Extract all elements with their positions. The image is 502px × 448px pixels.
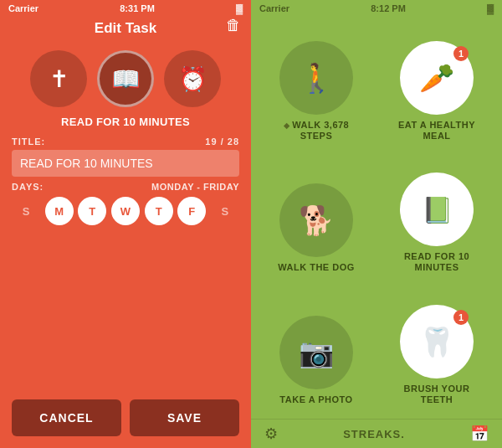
task-cell-healthy-meal: 🥕 1 EAT A HEALTHYMEAL <box>380 23 494 148</box>
day-sunday[interactable]: S <box>12 197 40 225</box>
task-label-read: READ FOR 10MINUTES <box>404 251 469 273</box>
day-saturday[interactable]: S <box>211 197 239 225</box>
task-circle-walk-dog[interactable]: 🐕 <box>279 183 353 257</box>
task-label-photo: TAKE A PHOTO <box>279 394 352 405</box>
battery-right: ▓ <box>487 3 494 13</box>
title-field-header: TITLE: 19 / 28 <box>12 136 239 147</box>
title-input[interactable]: READ FOR 10 MINUTES <box>12 150 239 177</box>
carrier-left: Carrier <box>8 3 38 13</box>
icons-row: ✝ 📖 ⏰ <box>30 50 221 107</box>
bottom-bar-right: ⚙ STREAKS. 📅 <box>251 419 502 448</box>
status-bar-left: Carrier 8:31 PM ▓ <box>0 0 251 17</box>
task-circle-teeth[interactable]: 🦷 1 <box>400 305 474 378</box>
task-cell-photo: 📷 TAKE A PHOTO <box>259 287 373 412</box>
diamond-icon: ◆ <box>284 121 293 130</box>
bible-icon: ✝ <box>49 65 69 93</box>
left-panel: Carrier 8:31 PM ▓ Edit Task 🗑 ✝ 📖 ⏰ READ… <box>0 0 251 448</box>
task-cell-walk-steps: 🚶 ◆ WALK 3,678STEPS <box>259 23 373 148</box>
task-cell-read: 📗 READ FOR 10MINUTES <box>380 155 494 280</box>
day-thursday[interactable]: T <box>145 197 173 225</box>
tasks-grid: 🚶 ◆ WALK 3,678STEPS 🥕 1 EAT A HEALTHYMEA… <box>251 17 502 419</box>
time-left: 8:31 PM <box>120 3 155 13</box>
days-label: DAYS: <box>12 182 44 192</box>
reading-icon: 📖 <box>111 65 141 93</box>
char-count: 19 / 28 <box>205 136 239 147</box>
task-label-teeth: BRUSH YOURTEETH <box>404 384 470 405</box>
day-tuesday[interactable]: T <box>78 197 106 225</box>
title-field-row: TITLE: 19 / 28 READ FOR 10 MINUTES <box>0 136 251 177</box>
task-circle-healthy-meal[interactable]: 🥕 1 <box>400 41 474 115</box>
cancel-button[interactable]: CANCEL <box>12 399 121 436</box>
title-label: TITLE: <box>12 136 45 147</box>
settings-icon[interactable]: ⚙ <box>264 425 278 443</box>
streaks-label: STREAKS. <box>343 428 405 440</box>
days-label-row: DAYS: MONDAY - FRIDAY <box>12 182 239 192</box>
task-badge-healthy-meal: 1 <box>453 46 469 61</box>
carrier-right: Carrier <box>259 3 289 13</box>
task-circle-read[interactable]: 📗 <box>400 173 474 246</box>
read-icon: 📗 <box>422 195 453 224</box>
task-cell-teeth: 🦷 1 BRUSH YOURTEETH <box>380 287 494 412</box>
icon-reading[interactable]: 📖 <box>97 50 154 107</box>
clock-icon: ⏰ <box>178 65 207 93</box>
header-left: Edit Task 🗑 <box>0 17 251 44</box>
teeth-icon: 🦷 <box>419 325 454 358</box>
task-label-walk-dog: WALK THE DOG <box>278 262 355 273</box>
task-circle-walk-steps[interactable]: 🚶 <box>279 41 353 115</box>
task-badge-teeth: 1 <box>453 310 469 325</box>
icon-bible[interactable]: ✝ <box>30 50 87 107</box>
right-panel: Carrier 8:12 PM ▓ 🚶 ◆ WALK 3,678STEPS 🥕 … <box>251 0 502 448</box>
day-friday[interactable]: F <box>177 197 206 225</box>
walk-dog-icon: 🐕 <box>299 203 334 237</box>
task-label-walk-steps: ◆ WALK 3,678STEPS <box>284 120 349 142</box>
task-label-healthy-meal: EAT A HEALTHYMEAL <box>398 120 475 142</box>
status-bar-right: Carrier 8:12 PM ▓ <box>251 0 502 17</box>
healthy-meal-icon: 🥕 <box>419 61 454 95</box>
bottom-buttons: CANCEL SAVE <box>0 399 251 436</box>
task-cell-walk-dog: 🐕 WALK THE DOG <box>259 155 373 280</box>
icon-clock[interactable]: ⏰ <box>164 50 221 107</box>
days-range: MONDAY - FRIDAY <box>151 182 239 192</box>
time-right: 8:12 PM <box>371 3 406 13</box>
delete-button[interactable]: 🗑 <box>226 17 241 34</box>
page-title: Edit Task <box>95 20 156 37</box>
day-circles: S M T W T F S <box>12 197 239 225</box>
battery-left: ▓ <box>236 3 243 13</box>
calendar-icon[interactable]: 📅 <box>470 425 489 443</box>
task-circle-photo[interactable]: 📷 <box>279 316 353 389</box>
save-button[interactable]: SAVE <box>130 399 239 436</box>
days-row: DAYS: MONDAY - FRIDAY S M T W T F S <box>0 182 251 225</box>
walk-steps-icon: 🚶 <box>299 61 334 95</box>
photo-icon: 📷 <box>299 336 334 369</box>
selected-icon-label: READ FOR 10 MINUTES <box>61 116 190 128</box>
day-wednesday[interactable]: W <box>111 197 140 225</box>
day-monday[interactable]: M <box>45 197 74 225</box>
